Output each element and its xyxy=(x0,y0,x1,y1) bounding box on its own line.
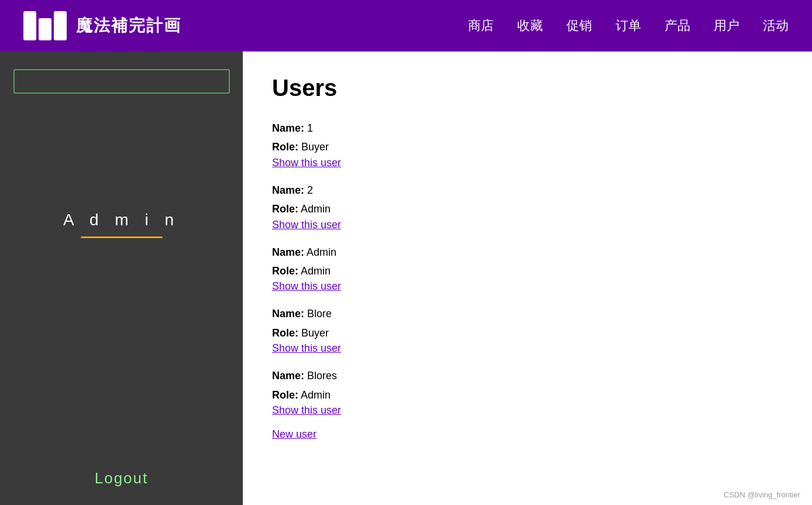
logo-icon xyxy=(23,11,67,40)
user-entry: Name: 1Role: BuyerShow this user xyxy=(272,119,783,169)
logo-bar-3 xyxy=(54,11,67,40)
show-user-link[interactable]: Show this user xyxy=(272,342,783,355)
watermark: CSDN @living_frontier xyxy=(724,490,800,499)
nav-item-shop[interactable]: 商店 xyxy=(468,17,494,35)
user-role-field: Role: Admin xyxy=(272,386,783,404)
user-name-field: Name: Blores xyxy=(272,366,783,385)
nav-item-collect[interactable]: 收藏 xyxy=(517,17,543,35)
user-name-field: Name: Admin xyxy=(272,243,783,262)
user-role-field: Role: Buyer xyxy=(272,138,783,156)
page-title: Users xyxy=(272,75,783,101)
logo-title: 魔法補完計画 xyxy=(76,15,181,37)
user-entry: Name: AdminRole: AdminShow this user xyxy=(272,243,783,293)
logo-area: 魔法補完計画 xyxy=(23,11,181,40)
content-area: Users Name: 1Role: BuyerShow this userNa… xyxy=(243,51,812,505)
show-user-link[interactable]: Show this user xyxy=(272,157,783,169)
nav-item-activities[interactable]: 活动 xyxy=(763,17,789,35)
user-entry: Name: BloresRole: AdminShow this user xyxy=(272,366,783,417)
new-user-link[interactable]: New user xyxy=(272,428,783,441)
user-role-field: Role: Admin xyxy=(272,200,783,218)
users-list: Name: 1Role: BuyerShow this userName: 2R… xyxy=(272,119,783,417)
nav-item-users[interactable]: 用户 xyxy=(714,17,739,35)
nav: 商店 收藏 促销 订单 产品 用户 活动 xyxy=(468,17,789,35)
user-name-field: Name: Blore xyxy=(272,304,783,323)
user-entry: Name: BloreRole: BuyerShow this user xyxy=(272,304,783,355)
user-role-field: Role: Admin xyxy=(272,262,783,280)
header: 魔法補完計画 商店 收藏 促销 订单 产品 用户 活动 xyxy=(0,0,812,51)
user-name-field: Name: 1 xyxy=(272,119,783,138)
sidebar: A d m i n Logout xyxy=(0,51,243,505)
user-name-field: Name: 2 xyxy=(272,181,783,200)
show-user-link[interactable]: Show this user xyxy=(272,219,783,231)
user-entry: Name: 2Role: AdminShow this user xyxy=(272,181,783,231)
admin-label: A d m i n xyxy=(63,211,180,229)
main-layout: A d m i n Logout Users Name: 1Role: Buye… xyxy=(0,51,812,505)
logo-bar-1 xyxy=(23,11,36,40)
nav-item-promo[interactable]: 促销 xyxy=(566,17,592,35)
admin-section: A d m i n xyxy=(63,211,180,238)
nav-item-products[interactable]: 产品 xyxy=(665,17,690,35)
logout-button[interactable]: Logout xyxy=(95,469,149,487)
nav-item-orders[interactable]: 订单 xyxy=(615,17,641,35)
search-input[interactable] xyxy=(13,69,230,94)
user-role-field: Role: Buyer xyxy=(272,324,783,342)
logo-bar-2 xyxy=(39,18,51,40)
show-user-link[interactable]: Show this user xyxy=(272,280,783,293)
show-user-link[interactable]: Show this user xyxy=(272,404,783,417)
admin-underline xyxy=(81,236,163,238)
